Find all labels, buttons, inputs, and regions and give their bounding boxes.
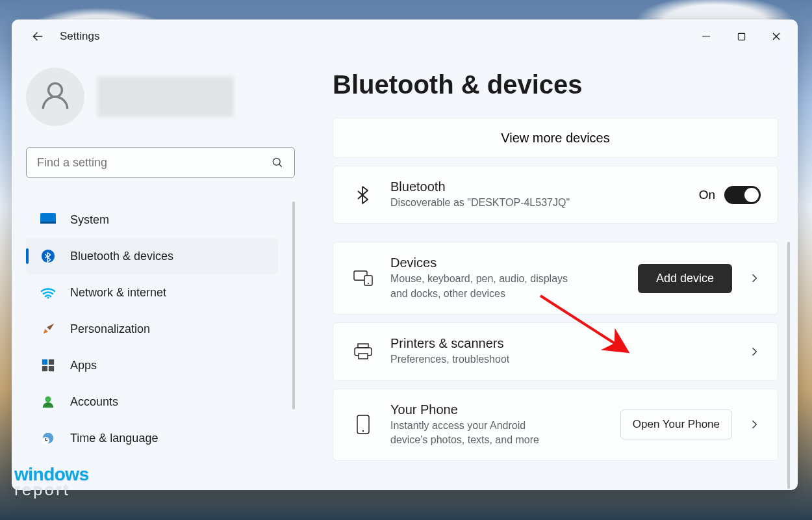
page-title: Bluetooth & devices — [333, 70, 778, 99]
bluetooth-card: Bluetooth Discoverable as "DESKTOP-4L537… — [333, 166, 778, 224]
sidebar-item-accounts[interactable]: Accounts — [26, 384, 278, 420]
window-title: Settings — [60, 30, 99, 43]
devices-title: Devices — [390, 255, 638, 270]
svg-rect-9 — [49, 366, 54, 371]
watermark: windows report — [14, 467, 89, 497]
clock-globe-icon — [40, 430, 56, 446]
sidebar: System Bluetooth & devices Network & int… — [12, 53, 308, 490]
close-button[interactable] — [759, 23, 794, 49]
add-device-button[interactable]: Add device — [638, 264, 732, 293]
sidebar-item-apps[interactable]: Apps — [26, 347, 278, 384]
sidebar-item-label: Personalization — [70, 322, 150, 336]
sidebar-scrollbar[interactable] — [292, 202, 295, 410]
sidebar-item-bluetooth[interactable]: Bluetooth & devices — [26, 238, 278, 274]
maximize-button[interactable] — [724, 23, 759, 49]
svg-point-5 — [47, 297, 49, 299]
sidebar-item-label: Accounts — [70, 395, 118, 409]
phone-title: Your Phone — [390, 402, 620, 417]
settings-window: Settings — [12, 20, 798, 490]
bluetooth-icon — [40, 248, 56, 264]
devices-card[interactable]: Devices Mouse, keyboard, pen, audio, dis… — [333, 242, 778, 315]
back-button[interactable] — [25, 23, 51, 49]
open-your-phone-button[interactable]: Open Your Phone — [620, 410, 732, 439]
svg-point-1 — [273, 158, 280, 165]
search-input[interactable] — [26, 147, 295, 178]
sidebar-item-personalization[interactable]: Personalization — [26, 311, 278, 347]
maximize-icon — [737, 32, 746, 41]
paintbrush-icon — [40, 321, 56, 337]
svg-point-20 — [362, 430, 364, 432]
sidebar-item-network[interactable]: Network & internet — [26, 274, 278, 311]
svg-rect-6 — [42, 359, 47, 365]
devices-icon — [350, 270, 376, 286]
printers-subtitle: Preferences, troubleshoot — [390, 352, 611, 367]
bluetooth-title: Bluetooth — [390, 179, 699, 194]
window-controls — [689, 23, 794, 49]
sidebar-item-label: Apps — [70, 359, 97, 372]
minimize-icon — [702, 32, 711, 41]
profile-name-redacted — [97, 77, 234, 117]
sidebar-item-label: Network & internet — [70, 286, 166, 300]
phone-subtitle: Instantly access your Android device's p… — [390, 419, 559, 448]
main-scrollbar[interactable] — [787, 242, 790, 489]
svg-rect-8 — [42, 366, 47, 371]
wifi-icon — [40, 285, 56, 300]
content-area: System Bluetooth & devices Network & int… — [12, 53, 798, 490]
printer-icon — [350, 343, 376, 360]
search-icon — [271, 156, 284, 169]
printers-title: Printers & scanners — [390, 336, 736, 351]
arrow-left-icon — [31, 30, 44, 43]
view-more-label: View more devices — [501, 131, 609, 146]
bluetooth-toggle-label: On — [699, 188, 715, 202]
minimize-button[interactable] — [689, 23, 724, 49]
phone-icon — [350, 415, 376, 434]
toggle-knob — [744, 188, 759, 202]
sidebar-item-label: System — [70, 213, 109, 227]
sidebar-item-system[interactable]: System — [26, 202, 278, 238]
monitor-icon — [40, 212, 56, 228]
bluetooth-toggle[interactable] — [724, 186, 761, 204]
svg-rect-3 — [40, 222, 56, 224]
printers-card[interactable]: Printers & scanners Preferences, trouble… — [333, 322, 778, 380]
chevron-right-icon — [748, 345, 761, 358]
close-icon — [772, 32, 781, 41]
avatar — [26, 68, 84, 126]
sidebar-item-label: Bluetooth & devices — [70, 250, 173, 263]
apps-icon — [40, 358, 56, 373]
sidebar-item-label: Time & language — [70, 432, 158, 445]
watermark-line2: report — [14, 482, 89, 497]
devices-subtitle: Mouse, keyboard, pen, audio, displays an… — [390, 272, 572, 301]
your-phone-card[interactable]: Your Phone Instantly access your Android… — [333, 389, 778, 462]
person-icon — [39, 81, 71, 113]
account-icon — [40, 394, 56, 410]
svg-rect-18 — [359, 354, 368, 359]
svg-rect-16 — [358, 344, 368, 348]
search-field[interactable] — [37, 156, 271, 170]
svg-point-4 — [42, 250, 55, 263]
bluetooth-subtitle: Discoverable as "DESKTOP-4L537JQ" — [390, 196, 611, 210]
titlebar: Settings — [12, 20, 798, 53]
svg-point-10 — [45, 396, 51, 402]
chevron-right-icon — [748, 418, 761, 431]
svg-rect-0 — [738, 33, 744, 40]
view-more-devices-button[interactable]: View more devices — [333, 118, 778, 158]
svg-point-15 — [368, 283, 369, 284]
main-panel: Bluetooth & devices View more devices Bl… — [308, 53, 798, 490]
bluetooth-icon — [350, 185, 376, 205]
sidebar-item-time[interactable]: Time & language — [26, 420, 278, 456]
chevron-right-icon — [748, 272, 761, 285]
profile-section[interactable] — [26, 68, 295, 126]
nav-list: System Bluetooth & devices Network & int… — [26, 202, 295, 490]
svg-rect-7 — [49, 359, 54, 365]
